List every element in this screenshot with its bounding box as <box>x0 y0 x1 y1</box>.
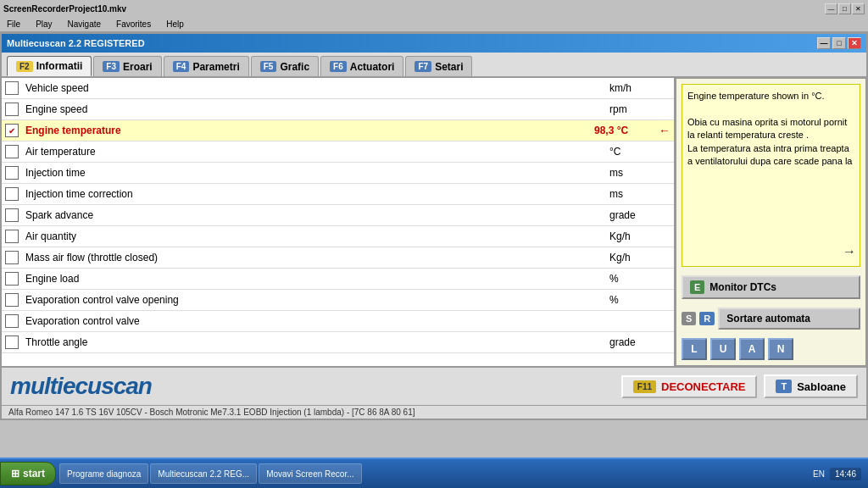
tab-actuatori[interactable]: F6 Actuatori <box>320 56 403 76</box>
taskbar: ⊞ start Programe diagnozaMultiecuscan 2.… <box>0 458 868 488</box>
a-key[interactable]: A <box>739 338 765 360</box>
param-value: 98,3 °C <box>587 125 655 136</box>
param-checkbox[interactable] <box>5 81 19 95</box>
param-value: ms <box>603 188 670 200</box>
r-key: R <box>699 312 715 325</box>
param-row[interactable]: Air quantityKg/h <box>2 226 674 247</box>
tab-eroari[interactable]: F3 Eroari <box>93 56 161 76</box>
tab-grafic-label: Grafic <box>280 61 309 73</box>
param-checkbox[interactable] <box>5 251 19 264</box>
param-value: ms <box>603 167 670 179</box>
monitor-dtcs-label: Monitor DTCs <box>709 281 776 293</box>
info-arrow: → <box>843 242 856 261</box>
param-checkbox[interactable] <box>5 103 19 116</box>
params-panel: Vehicle speedkm/hEngine speedrpm✔Engine … <box>2 78 676 366</box>
os-title: ScreenRecorderProject10.mkv <box>3 4 126 14</box>
param-row[interactable]: Vehicle speedkm/h <box>2 78 674 99</box>
app-window: Multiecuscan 2.2 REGISTERED — □ ✕ F2 Inf… <box>0 32 868 420</box>
sabloane-button[interactable]: T Sabloane <box>764 374 858 398</box>
os-titlebar: ScreenRecorderProject10.mkv — □ ✕ <box>0 0 868 17</box>
param-checkbox[interactable]: ✔ <box>5 124 19 137</box>
info-text-box: Engine temperature shown in °C.Obia cu m… <box>682 84 860 267</box>
param-checkbox[interactable] <box>5 230 19 243</box>
os-close[interactable]: ✕ <box>852 3 865 14</box>
taskbar-right: EN 14:46 <box>806 468 868 480</box>
app-close[interactable]: ✕ <box>848 37 861 49</box>
f3-key: F3 <box>103 61 120 72</box>
param-checkbox[interactable] <box>5 145 19 158</box>
u-key[interactable]: U <box>710 338 736 360</box>
start-icon: ⊞ <box>11 468 19 480</box>
param-row[interactable]: Mass air flow (throttle closed)Kg/h <box>2 247 674 269</box>
s-key: S <box>682 312 696 325</box>
param-value: km/h <box>603 82 670 94</box>
param-row[interactable]: Spark advancegrade <box>2 205 674 226</box>
sortare-button[interactable]: Sortare automata <box>718 308 860 330</box>
param-checkbox[interactable] <box>5 187 19 201</box>
param-arrow: ← <box>659 124 670 137</box>
taskbar-item[interactable]: Programe diagnoza <box>59 463 148 484</box>
f5-key: F5 <box>260 61 277 72</box>
param-name: Air temperature <box>25 146 603 158</box>
tab-parametri[interactable]: F4 Parametri <box>164 56 249 76</box>
f2-key: F2 <box>16 61 33 72</box>
status-text: Alfa Romeo 147 1.6 TS 16V 105CV - Bosch … <box>8 408 415 417</box>
menu-play[interactable]: Play <box>32 19 55 29</box>
param-value: grade <box>603 209 670 221</box>
param-row[interactable]: Engine speedrpm <box>2 99 674 120</box>
param-name: Injection time correction <box>25 188 603 200</box>
param-name: Injection time <box>25 167 603 179</box>
param-value: rpm <box>603 103 670 115</box>
app-minimize[interactable]: — <box>817 37 831 49</box>
bottom-right-buttons: F11 DECONECTARE T Sabloane <box>621 374 858 398</box>
start-button[interactable]: ⊞ start <box>0 462 56 485</box>
param-row[interactable]: Evaporation control valve <box>2 311 674 332</box>
os-maximize[interactable]: □ <box>838 3 851 14</box>
param-row[interactable]: Injection timems <box>2 163 674 184</box>
param-checkbox[interactable] <box>5 336 19 349</box>
param-value: °C <box>603 146 670 158</box>
param-name: Throttle angle <box>25 336 603 348</box>
param-row[interactable]: Throttle anglegrade <box>2 332 674 353</box>
app-win-controls: — □ ✕ <box>817 37 861 49</box>
param-row[interactable]: Evaporation control valve opening% <box>2 290 674 311</box>
app-maximize[interactable]: □ <box>832 37 846 49</box>
deconnect-button[interactable]: F11 DECONECTARE <box>621 375 758 398</box>
monitor-dtcs-button[interactable]: E Monitor DTCs <box>682 275 860 299</box>
t-key: T <box>776 380 792 393</box>
deconnect-label: DECONECTARE <box>661 380 745 393</box>
tab-informatii[interactable]: F2 Informatii <box>7 56 92 76</box>
letter-keys: L U A N <box>682 338 860 360</box>
param-row[interactable]: ✔Engine temperature98,3 °C← <box>2 120 674 141</box>
param-name: Vehicle speed <box>25 82 603 94</box>
param-checkbox[interactable] <box>5 166 19 180</box>
info-text: Engine temperature shown in °C.Obia cu m… <box>687 91 852 166</box>
f7-key: F7 <box>415 61 431 72</box>
menu-file[interactable]: File <box>3 19 24 29</box>
param-row[interactable]: Injection time correctionms <box>2 184 674 205</box>
menu-help[interactable]: Help <box>163 19 187 29</box>
sort-row: S R Sortare automata <box>682 308 860 330</box>
param-name: Air quantity <box>25 230 603 242</box>
f4-key: F4 <box>173 61 190 72</box>
main-content: Vehicle speedkm/hEngine speedrpm✔Engine … <box>2 78 866 366</box>
tab-setari[interactable]: F7 Setari <box>405 56 472 76</box>
os-minimize[interactable]: — <box>825 3 837 14</box>
n-key[interactable]: N <box>768 338 793 360</box>
tab-setari-label: Setari <box>435 61 463 73</box>
taskbar-item[interactable]: Multiecuscan 2.2 REG... <box>150 463 257 484</box>
param-row[interactable]: Engine load% <box>2 269 674 290</box>
param-checkbox[interactable] <box>5 272 19 286</box>
menu-favorites[interactable]: Favorites <box>113 19 154 29</box>
l-key[interactable]: L <box>682 338 707 360</box>
taskbar-items: Programe diagnozaMultiecuscan 2.2 REG...… <box>59 463 806 484</box>
menu-navigate[interactable]: Navigate <box>64 19 104 29</box>
param-name: Evaporation control valve opening <box>25 294 603 306</box>
tab-grafic[interactable]: F5 Grafic <box>251 56 319 76</box>
taskbar-item[interactable]: Movavi Screen Recor... <box>259 463 361 484</box>
param-checkbox[interactable] <box>5 293 19 307</box>
param-checkbox[interactable] <box>5 314 19 328</box>
param-row[interactable]: Air temperature°C <box>2 141 674 163</box>
param-checkbox[interactable] <box>5 208 19 222</box>
sortare-label: Sortare automata <box>726 313 810 324</box>
